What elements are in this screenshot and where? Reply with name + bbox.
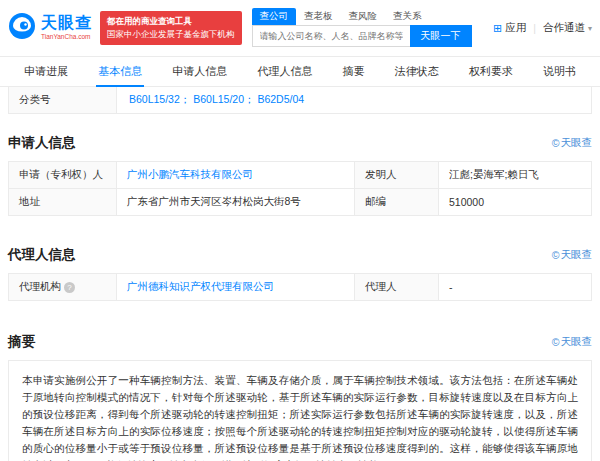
search-tab-company[interactable]: 查公司 bbox=[252, 8, 297, 25]
tab-claims[interactable]: 权利要求 bbox=[469, 57, 513, 86]
promo-banner-line2: 国家中小企业发展子基金旗下机构 bbox=[107, 28, 235, 41]
logo-subtext: TianYanCha.com bbox=[41, 34, 92, 41]
agency-company-link[interactable]: 广州德科知识产权代理有限公司 bbox=[127, 280, 274, 292]
abstract-text: 本申请实施例公开了一种车辆控制方法、装置、车辆及存储介质，属于车辆控制技术领域。… bbox=[8, 360, 592, 461]
tab-basic-info[interactable]: 基本信息 bbox=[98, 57, 142, 86]
inventor-label: 发明人 bbox=[355, 162, 439, 189]
address-value: 广东省广州市天河区岑村松岗大街8号 bbox=[117, 189, 355, 216]
inventor-value: 江彪;晏海军;赖日飞 bbox=[439, 162, 592, 189]
apps-link-label: 应用 bbox=[505, 21, 526, 35]
agent-section: 代理人信息 © 天眼查 代理机构? 广州德科知识产权代理有限公司 代理人 - bbox=[8, 246, 592, 301]
search-tab-boss[interactable]: 查老板 bbox=[296, 8, 341, 25]
cooperation-link[interactable]: 合作通道 ▾ bbox=[543, 21, 592, 35]
apps-grid-icon: ⊞ bbox=[493, 22, 502, 35]
chevron-down-icon: ▾ bbox=[588, 24, 592, 33]
applicant-table: 申请（专利权）人 广州小鹏汽车科技有限公司 发明人 江彪;晏海军;赖日飞 地址 … bbox=[8, 161, 592, 216]
classification-value[interactable]: B60L15/32； B60L15/20； B62D5/04 bbox=[117, 87, 591, 113]
tianyancha-logo-icon bbox=[8, 12, 36, 44]
postcode-value: 510000 bbox=[439, 189, 592, 216]
tab-description[interactable]: 说明书 bbox=[543, 57, 576, 86]
header-right: ⊞ 应用 | 合作通道 ▾ bbox=[493, 21, 592, 35]
search-tabs: 查公司 查老板 查风险 查关系 bbox=[252, 9, 472, 25]
watermark: © 天眼查 bbox=[552, 136, 592, 150]
tab-abstract[interactable]: 摘要 bbox=[343, 57, 365, 86]
agent-value: - bbox=[439, 274, 592, 301]
header-divider: | bbox=[533, 22, 536, 34]
agency-label: 代理机构? bbox=[9, 274, 117, 301]
search-area: 查公司 查老板 查风险 查关系 天眼一下 bbox=[252, 9, 472, 47]
tab-legal-status[interactable]: 法律状态 bbox=[395, 57, 439, 86]
help-icon[interactable]: ? bbox=[64, 282, 75, 293]
tianyancha-logo[interactable]: 天眼查 TianYanCha.com bbox=[8, 12, 92, 44]
agent-table: 代理机构? 广州德科知识产权代理有限公司 代理人 - bbox=[8, 273, 592, 301]
tab-application-progress[interactable]: 申请进展 bbox=[24, 57, 68, 86]
postcode-label: 邮编 bbox=[355, 189, 439, 216]
copyright-icon: © bbox=[552, 336, 560, 348]
search-tab-relation[interactable]: 查关系 bbox=[385, 8, 430, 25]
abstract-section: 摘要 © 天眼查 本申请实施例公开了一种车辆控制方法、装置、车辆及存储介质，属于… bbox=[8, 333, 592, 461]
apps-link[interactable]: ⊞ 应用 bbox=[493, 21, 526, 35]
table-row: 地址 广东省广州市天河区岑村松岗大街8号 邮编 510000 bbox=[9, 189, 592, 216]
copyright-icon: © bbox=[552, 137, 560, 149]
copyright-icon: © bbox=[552, 249, 560, 261]
search-button[interactable]: 天眼一下 bbox=[410, 25, 472, 47]
classification-label: 分类号 bbox=[9, 87, 117, 113]
applicant-company-link[interactable]: 广州小鹏汽车科技有限公司 bbox=[127, 168, 253, 180]
address-label: 地址 bbox=[9, 189, 117, 216]
header: 天眼查 TianYanCha.com 都在用的商业查询工具 国家中小企业发展子基… bbox=[0, 0, 600, 56]
cooperation-link-label: 合作通道 bbox=[543, 21, 585, 35]
classification-row: 分类号 B60L15/32； B60L15/20； B62D5/04 bbox=[8, 87, 592, 114]
search-tab-risk[interactable]: 查风险 bbox=[341, 8, 386, 25]
watermark: © 天眼查 bbox=[552, 335, 592, 349]
agent-section-title: 代理人信息 bbox=[8, 246, 76, 264]
watermark: © 天眼查 bbox=[552, 248, 592, 262]
promo-banner: 都在用的商业查询工具 国家中小企业发展子基金旗下机构 bbox=[100, 11, 242, 45]
agency-label-text: 代理机构 bbox=[19, 280, 61, 292]
promo-banner-line1: 都在用的商业查询工具 bbox=[107, 15, 235, 28]
applicant-section-title: 申请人信息 bbox=[8, 134, 76, 152]
watermark-label: 天眼查 bbox=[561, 335, 593, 349]
logo-text: 天眼查 bbox=[41, 15, 92, 32]
table-row: 代理机构? 广州德科知识产权代理有限公司 代理人 - bbox=[9, 274, 592, 301]
agent-label: 代理人 bbox=[355, 274, 439, 301]
applicant-label: 申请（专利权）人 bbox=[9, 162, 117, 189]
applicant-section: 申请人信息 © 天眼查 申请（专利权）人 广州小鹏汽车科技有限公司 发明人 江彪… bbox=[8, 134, 592, 216]
watermark-label: 天眼查 bbox=[561, 136, 593, 150]
table-row: 申请（专利权）人 广州小鹏汽车科技有限公司 发明人 江彪;晏海军;赖日飞 bbox=[9, 162, 592, 189]
tab-agent-info[interactable]: 代理人信息 bbox=[257, 57, 312, 86]
search-input[interactable] bbox=[252, 25, 410, 47]
abstract-section-title: 摘要 bbox=[8, 333, 35, 351]
tab-applicant-info[interactable]: 申请人信息 bbox=[172, 57, 227, 86]
watermark-label: 天眼查 bbox=[561, 248, 593, 262]
section-nav: 申请进展 基本信息 申请人信息 代理人信息 摘要 法律状态 权利要求 说明书 bbox=[0, 56, 600, 87]
